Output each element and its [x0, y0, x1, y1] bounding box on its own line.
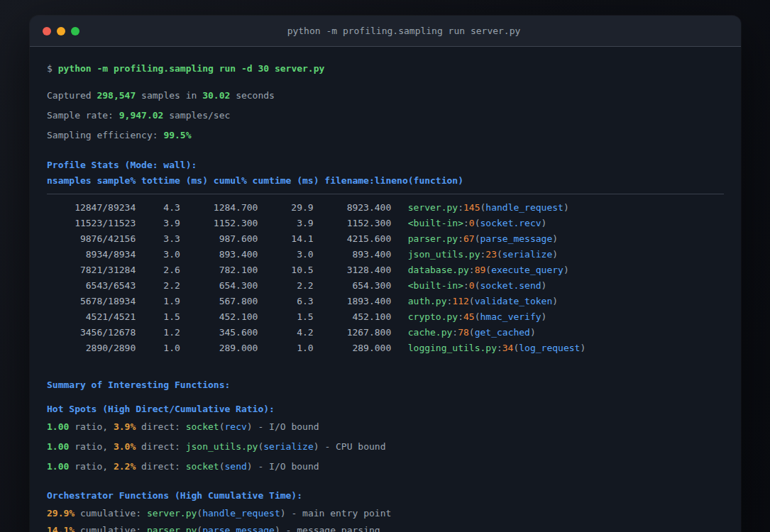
- close-button[interactable]: [43, 27, 51, 35]
- text-segment: parse_message: [202, 525, 275, 532]
- text-segment: 99.5%: [163, 130, 191, 140]
- text-segment: (: [475, 233, 480, 244]
- text-segment: (: [475, 280, 480, 291]
- text-segment: ratio,: [69, 441, 114, 452]
- orchestrators-heading: Orchestrator Functions (High Cumulative …: [47, 491, 724, 501]
- row-metrics: 2890/2890 1.0 289.000 1.0 289.000: [47, 343, 408, 353]
- text-segment: 1.00: [47, 441, 69, 452]
- row-lineno: 112: [452, 296, 468, 306]
- text-segment: ) - CPU bound: [314, 441, 386, 452]
- row-filename: cache.py: [408, 327, 453, 338]
- text-segment: cumulative:: [75, 508, 147, 519]
- text-segment: 29.9%: [47, 508, 75, 519]
- text-segment: (: [469, 296, 475, 306]
- text-segment: :: [452, 327, 458, 338]
- text-segment: direct:: [136, 461, 185, 472]
- text-segment: 1.00: [47, 421, 69, 432]
- profile-table: 12847/89234 4.3 1284.700 29.9 8923.400 s…: [47, 200, 724, 356]
- row-filename: json_utils.py: [408, 249, 480, 260]
- row-filename: <built-in>: [408, 218, 463, 228]
- row-filename: parser.py: [408, 233, 458, 244]
- row-metrics: 9876/42156 3.3 987.600 14.1 4215.600: [47, 233, 408, 244]
- row-lineno: 0: [469, 280, 475, 291]
- row-metrics: 7821/31284 2.6 782.100 10.5 3128.400: [47, 265, 408, 275]
- profile-row: 3456/12678 1.2 345.600 4.2 1267.800 cach…: [47, 325, 724, 340]
- text-segment: parser.py: [147, 525, 197, 532]
- row-lineno: 45: [463, 311, 475, 322]
- hotspot-item: 1.00 ratio, 3.0% direct: json_utils.py(s…: [47, 442, 724, 452]
- table-divider: [47, 194, 724, 194]
- profile-row: 6543/6543 2.2 654.300 2.2 654.300 <built…: [47, 278, 724, 294]
- row-function: validate_token: [475, 296, 553, 306]
- text-segment: :: [469, 265, 475, 275]
- profile-row: 7821/31284 2.6 782.100 10.5 3128.400 dat…: [47, 262, 724, 278]
- profile-columns-header: nsamples sample% tottime (ms) cumul% cum…: [47, 176, 724, 186]
- text-segment: socket: [186, 421, 219, 432]
- terminal-window: python -m profiling.sampling run server.…: [30, 16, 741, 532]
- text-segment: :: [458, 202, 463, 213]
- text-segment: :: [497, 343, 502, 353]
- text-segment: (: [475, 218, 480, 228]
- text-segment: cumulative:: [75, 525, 147, 532]
- text-segment: ) - I/O bound: [247, 421, 319, 432]
- row-metrics: 8934/8934 3.0 893.400 3.0 893.400: [47, 249, 408, 260]
- text-segment: (: [197, 525, 202, 532]
- text-segment: seconds: [230, 90, 275, 101]
- row-metrics: 12847/89234 4.3 1284.700 29.9 8923.400: [47, 202, 408, 213]
- row-metrics: 5678/18934 1.9 567.800 6.3 1893.400: [47, 296, 408, 306]
- text-segment: (: [497, 249, 502, 260]
- orchestrator-item: 14.1% cumulative: parser.py(parse_messag…: [47, 526, 724, 532]
- row-filename: database.py: [408, 265, 469, 275]
- row-lineno: 89: [475, 265, 486, 275]
- row-filename: auth.py: [408, 296, 447, 306]
- hotspot-item: 1.00 ratio, 3.9% direct: socket(recv) - …: [47, 422, 724, 432]
- text-segment: Sample rate:: [47, 110, 119, 121]
- text-segment: :: [458, 233, 463, 244]
- terminal-output[interactable]: $ python -m profiling.sampling run -d 30…: [30, 47, 741, 532]
- row-lineno: 78: [458, 327, 469, 338]
- text-segment: ): [541, 311, 547, 322]
- row-metrics: 3456/12678 1.2 345.600 4.2 1267.800: [47, 327, 408, 338]
- text-segment: ): [530, 327, 536, 338]
- text-segment: ) - main entry point: [280, 508, 392, 519]
- maximize-button[interactable]: [71, 27, 79, 35]
- text-segment: ratio,: [69, 421, 114, 432]
- hotspot-item: 1.00 ratio, 2.2% direct: socket(send) - …: [47, 462, 724, 472]
- row-metrics: 11523/11523 3.9 1152.300 3.9 1152.300: [47, 218, 408, 228]
- text-segment: ) - I/O bound: [247, 461, 319, 472]
- row-function: serialize: [502, 249, 552, 260]
- row-lineno: 34: [502, 343, 514, 353]
- row-lineno: 23: [485, 249, 497, 260]
- row-function: get_cached: [475, 327, 530, 338]
- row-filename: crypto.py: [408, 311, 458, 322]
- profile-row: 9876/42156 3.3 987.600 14.1 4215.600 par…: [47, 231, 724, 247]
- minimize-button[interactable]: [57, 27, 65, 35]
- row-metrics: 6543/6543 2.2 654.300 2.2 654.300: [47, 280, 408, 291]
- row-lineno: 67: [463, 233, 475, 244]
- text-segment: ): [552, 296, 558, 306]
- row-function: handle_request: [485, 202, 563, 213]
- window-title: python -m profiling.sampling run server.…: [79, 26, 741, 36]
- window-controls: [43, 27, 79, 35]
- text-segment: 14.1%: [47, 525, 75, 532]
- text-segment: send: [225, 461, 247, 472]
- text-segment: (: [469, 327, 475, 338]
- row-filename: logging_utils.py: [408, 343, 497, 353]
- text-segment: ): [563, 265, 569, 275]
- text-segment: ): [552, 233, 558, 244]
- row-metrics: 4521/4521 1.5 452.100 1.5 452.100: [47, 311, 408, 322]
- text-segment: samples/sec: [163, 110, 230, 121]
- text-segment: $: [47, 63, 58, 74]
- orchestrator-item: 29.9% cumulative: server.py(handle_reque…: [47, 509, 724, 519]
- text-segment: serialize: [263, 441, 313, 452]
- hot-spots-heading: Hot Spots (High Direct/Cumulative Ratio)…: [47, 404, 724, 414]
- row-filename: server.py: [408, 202, 458, 213]
- orchestrator-list: 29.9% cumulative: server.py(handle_reque…: [47, 509, 724, 532]
- summary-heading: Summary of Interesting Functions:: [47, 380, 724, 390]
- profile-row: 8934/8934 3.0 893.400 3.0 893.400 json_u…: [47, 247, 724, 262]
- row-function: execute_query: [491, 265, 563, 275]
- titlebar: python -m profiling.sampling run server.…: [30, 16, 741, 47]
- text-segment: samples in: [136, 90, 202, 101]
- text-segment: ): [541, 280, 547, 291]
- row-function: socket.send: [480, 280, 541, 291]
